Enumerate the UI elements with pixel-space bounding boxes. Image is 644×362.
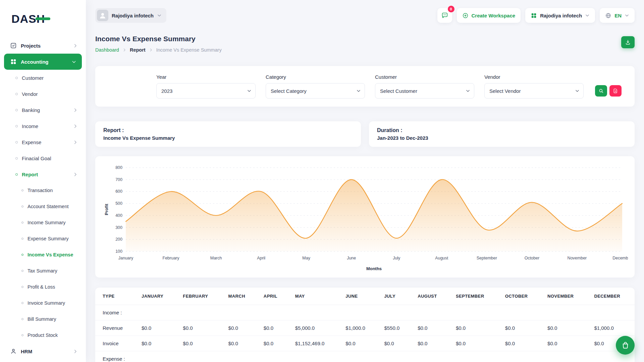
sidebar-item-expense[interactable]: Expense: [0, 134, 86, 150]
sidebar-item-transaction[interactable]: Transaction: [0, 182, 86, 198]
sidebar-item-bill-summary[interactable]: Bill Summary: [0, 311, 86, 327]
report-value: Income Vs Expense Summary: [103, 135, 353, 141]
row-type: Invoice: [95, 336, 136, 351]
brand-logo[interactable]: DASH: [0, 0, 86, 38]
sidebar-item-income-summary[interactable]: Income Summary: [0, 215, 86, 231]
column-header: SEPTEMBER: [450, 288, 499, 305]
row-type: Revenue: [95, 320, 136, 336]
sidebar-item-invoice-summary[interactable]: Invoice Summary: [0, 295, 86, 311]
sidebar-item-hrm[interactable]: HRM: [0, 343, 86, 359]
svg-text:800: 800: [115, 165, 122, 170]
bullet-icon: [21, 254, 23, 256]
projects-icon: [10, 42, 17, 49]
chevron-down-icon: [585, 13, 590, 18]
filter-vendor: Vendor Select Vendor: [484, 74, 584, 99]
column-header: JUNE: [339, 288, 378, 305]
svg-text:200: 200: [115, 237, 122, 242]
svg-text:600: 600: [115, 189, 122, 194]
support-button[interactable]: [616, 336, 635, 355]
svg-text:Months: Months: [366, 266, 382, 271]
bullet-icon: [21, 318, 23, 320]
cell-value: $1,152,469.0: [289, 336, 340, 351]
filter-actions: [595, 85, 622, 99]
chevron-right-icon: [73, 108, 78, 113]
svg-text:September: September: [477, 256, 497, 260]
sidebar-item-profit-loss[interactable]: Profit & Loss: [0, 279, 86, 295]
messages-button[interactable]: 0: [437, 8, 452, 23]
bullet-icon: [15, 157, 18, 160]
download-button[interactable]: [621, 36, 635, 48]
svg-text:100: 100: [115, 249, 122, 254]
bullet-icon: [21, 189, 23, 191]
bullet-icon: [21, 238, 23, 240]
sidebar-item-banking[interactable]: Banking: [0, 102, 86, 118]
reset-button[interactable]: [609, 85, 622, 97]
sidebar-item-vendor[interactable]: Vendor: [0, 86, 86, 102]
cell-value: $0.0: [258, 320, 289, 336]
chevron-down-icon: [71, 59, 76, 64]
bullet-icon: [15, 109, 18, 111]
account-name: Rajodiya infotech: [540, 13, 582, 18]
sidebar-item-customer[interactable]: Customer: [0, 70, 86, 86]
cell-value: $0.0: [222, 320, 258, 336]
sidebar-item-accounting[interactable]: Accounting: [4, 54, 82, 70]
category-select[interactable]: Select Category: [266, 83, 365, 99]
workspace-selector[interactable]: Rajodiya infotech: [95, 8, 166, 23]
sidebar-item-income-vs-expense[interactable]: Income Vs Expense: [0, 247, 86, 263]
sidebar-item-finacial-goal[interactable]: Finacial Goal: [0, 150, 86, 166]
shopping-bag-icon: [621, 341, 630, 350]
sidebar-item-product-stock[interactable]: Product Stock: [0, 327, 86, 343]
sidebar-item-income[interactable]: Income: [0, 118, 86, 134]
plus-circle-icon: [462, 12, 469, 19]
chart-card: 100200300400500600700800JanuaryFebruaryM…: [95, 156, 635, 278]
chevron-right-icon: [122, 48, 126, 52]
sidebar-item-report[interactable]: Report: [0, 166, 86, 182]
create-workspace-label: Create Workspace: [472, 13, 516, 18]
sidebar-item-account-statement[interactable]: Account Statement: [0, 198, 86, 215]
sidebar-item-label: Tax Summary: [28, 268, 57, 274]
duration-label: Duration :: [377, 127, 627, 133]
chevron-right-icon: [73, 349, 78, 354]
sidebar-item-label: Account Statement: [28, 204, 69, 209]
year-select[interactable]: 2023: [156, 83, 256, 99]
year-label: Year: [156, 74, 256, 80]
sidebar-item-label: Income: [22, 123, 38, 129]
vendor-select[interactable]: Select Vendor: [484, 83, 584, 99]
svg-text:May: May: [302, 256, 310, 260]
filter-year: Year 2023: [156, 74, 256, 99]
cell-value: $0.0: [177, 320, 222, 336]
sidebar-item-expense-summary[interactable]: Expense Summary: [0, 231, 86, 247]
chevron-down-icon: [157, 13, 162, 18]
sidebar-item-label: Transaction: [28, 188, 53, 193]
sidebar-item-label: Finacial Goal: [22, 156, 51, 161]
grid-icon: [531, 12, 537, 19]
avatar: [97, 10, 108, 21]
cell-value: $0.0: [412, 336, 450, 351]
cell-value: $0.0: [177, 336, 222, 351]
language-selector[interactable]: EN: [600, 8, 635, 23]
create-workspace-button[interactable]: Create Workspace: [457, 8, 521, 23]
customer-select[interactable]: Select Customer: [375, 83, 474, 99]
sidebar-item-label: Accounting: [21, 59, 49, 65]
bullet-icon: [21, 270, 23, 272]
cell-value: $0.0: [378, 336, 412, 351]
search-button[interactable]: [595, 85, 607, 97]
sidebar-item-label: Invoice Summary: [28, 300, 65, 306]
chevron-right-icon: [73, 124, 78, 129]
svg-text:January: January: [118, 256, 133, 260]
column-header: TYPE: [95, 288, 136, 305]
svg-text:August: August: [435, 256, 448, 260]
breadcrumb-report[interactable]: Report: [130, 47, 146, 53]
column-header: DECEMBER: [588, 288, 635, 305]
sidebar-item-label: Product Stock: [28, 333, 58, 338]
sidebar-item-projects[interactable]: Projects: [0, 38, 86, 54]
sidebar-item-tax-summary[interactable]: Tax Summary: [0, 263, 86, 279]
sidebar: DASH ProjectsAccountingCustomerVendorBan…: [0, 0, 86, 362]
cell-value: $550.0: [378, 320, 412, 336]
table-body: Income :Revenue$0.0$0.0$0.0$0.0$5,000.0$…: [95, 305, 635, 362]
section-title: Income :: [95, 305, 635, 320]
sidebar-item-label: Expense: [22, 139, 41, 145]
bullet-icon: [15, 173, 18, 176]
account-menu-button[interactable]: Rajodiya infotech: [525, 8, 595, 23]
breadcrumb-dashboard[interactable]: Dashboard: [95, 47, 119, 53]
